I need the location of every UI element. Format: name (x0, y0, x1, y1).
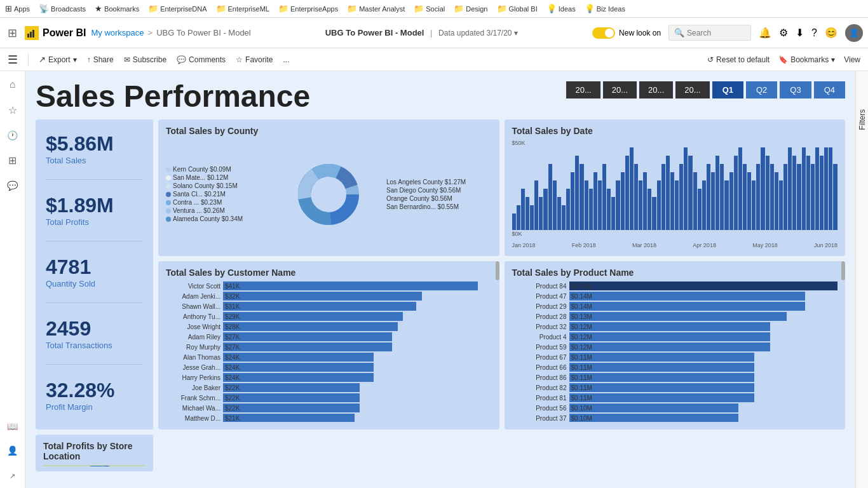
reset-button[interactable]: ↺ Reset to default (707, 55, 770, 64)
subscribe-label: Subscribe (133, 55, 166, 64)
date-bar (829, 147, 832, 230)
legend-item-sandiego: San Diego County $0.56M (386, 187, 492, 194)
export-button[interactable]: ↗ Export ▾ (39, 55, 77, 64)
customer-bar-wrap: $29K (223, 312, 492, 321)
subscribe-icon: ✉ (124, 55, 130, 64)
q4-button[interactable]: Q4 (814, 81, 845, 98)
workspace-link[interactable]: My workspace (91, 28, 144, 37)
bookmark-bookmarks[interactable]: ★Bookmarks (95, 4, 139, 13)
legend-dot-solano (166, 184, 171, 189)
date-bar (766, 156, 770, 230)
sidebar-profile-icon[interactable]: 👤 (4, 443, 20, 458)
grid-icon[interactable]: ⊞ (5, 24, 20, 43)
help-icon[interactable]: ? (811, 27, 817, 39)
product-bar-wrap: $0.14M (569, 302, 838, 311)
sidebar-apps-icon[interactable]: ⊞ (6, 152, 19, 169)
customer-bar-row: Michael Wa... $22K (166, 403, 492, 412)
sidebar-expand-icon[interactable]: ↗ (7, 470, 18, 483)
emoji-icon[interactable]: 😊 (825, 27, 837, 39)
customer-bar-row: Harry Perkins $24K (166, 373, 492, 382)
year-2019-button[interactable]: 20... (639, 81, 673, 98)
search-box[interactable]: 🔍 (668, 25, 751, 41)
sidebar-learn-icon[interactable]: 📖 (4, 419, 20, 434)
bookmark-masteranalyst[interactable]: 📁Master Analyst (347, 4, 405, 13)
customer-bar: $31K (223, 302, 416, 311)
date-bar (675, 180, 679, 230)
product-bar-wrap: $0.12M (569, 322, 838, 331)
more-button[interactable]: ... (283, 55, 289, 64)
view-button[interactable]: View (844, 55, 860, 64)
date-bar (621, 172, 625, 230)
bookmark-enterprisedna[interactable]: 📁EnterpriseDNA (148, 4, 207, 13)
kpi-profit-margin-label: Profit Margin (46, 402, 143, 412)
date-bar (571, 172, 574, 230)
search-input[interactable] (687, 29, 745, 37)
product-bar-row: Product 56 $0.10M (512, 403, 838, 412)
customer-bar: $22K (223, 403, 360, 412)
comments-button[interactable]: 💬 Comments (177, 55, 226, 64)
share-icon: ↑ (87, 55, 91, 64)
data-dropdown-icon[interactable]: ▾ (514, 29, 518, 37)
sidebar-favorites-icon[interactable]: ☆ (6, 102, 20, 119)
subscribe-button[interactable]: ✉ Subscribe (124, 55, 166, 64)
bookmark-enterpriseapps[interactable]: 📁EnterpriseApps (278, 4, 338, 13)
bookmark-bizideas[interactable]: 💡Biz Ideas (585, 4, 625, 13)
x-axis-label: Apr 2018 (693, 242, 716, 248)
customer-value: $28K (225, 323, 240, 330)
date-bar (512, 214, 516, 230)
notification-icon[interactable]: 🔔 (759, 27, 771, 39)
product-value: $0.11M (571, 364, 592, 371)
menu-icon[interactable]: ☰ (8, 53, 18, 67)
comments-label: Comments (189, 55, 226, 64)
customer-bar-row: Victor Scott $41K (166, 281, 492, 290)
date-bar (693, 172, 697, 230)
new-look-toggle[interactable]: New look on (592, 27, 661, 39)
q3-button[interactable]: Q3 (780, 81, 811, 98)
customer-bar: $27K (223, 342, 392, 351)
bookmark-enterpriseml[interactable]: 📁EnterpriseML (216, 4, 269, 13)
bookmarks-button[interactable]: 🔖 Bookmarks ▾ (778, 55, 835, 64)
customer-bar-row: Frank Schm... $22K (166, 393, 492, 402)
customer-value: $32K (225, 293, 240, 300)
bookmark-social[interactable]: 📁Social (414, 4, 445, 13)
bookmark-broadcasts[interactable]: 📡Broadcasts (39, 4, 86, 13)
header-right: New look on 🔍 🔔 ⚙ ⬇ ? 😊 👤 (592, 24, 863, 42)
date-bar (788, 147, 792, 230)
sidebar-shared-icon[interactable]: 💬 (4, 178, 20, 193)
date-bar (684, 147, 688, 230)
share-button[interactable]: ↑ Share (87, 55, 114, 64)
toggle-label: New look on (619, 29, 661, 37)
q2-button[interactable]: Q2 (746, 81, 777, 98)
product-bar-row: Product 29 $0.14M (512, 302, 838, 311)
store-profits-title: Total Profits by Store Location (43, 441, 146, 461)
settings-icon[interactable]: ⚙ (779, 27, 788, 39)
report-header: Sales Performance 20... 20... 20... 20..… (36, 81, 845, 112)
user-avatar[interactable]: 👤 (845, 24, 863, 42)
date-bar (734, 156, 738, 230)
bookmark-apps[interactable]: ⊞Apps (5, 4, 30, 13)
date-bar (530, 205, 534, 230)
filters-label[interactable]: Filters (858, 109, 867, 130)
product-scrollbar[interactable] (841, 261, 845, 280)
date-bar (643, 172, 647, 230)
customer-bar-wrap: $21K (223, 414, 492, 422)
bookmark-design[interactable]: 📁Design (454, 4, 487, 13)
favorite-button[interactable]: ☆ Favorite (236, 55, 273, 64)
year-2020-button[interactable]: 20... (675, 81, 709, 98)
download-icon[interactable]: ⬇ (796, 27, 804, 39)
toggle-control[interactable] (592, 27, 615, 39)
sidebar-home-icon[interactable]: ⌂ (7, 76, 18, 93)
bookmark-globalbi[interactable]: 📁Global BI (497, 4, 538, 13)
year-2017-button[interactable]: 20... (566, 81, 600, 98)
customer-scrollbar[interactable] (496, 261, 499, 280)
date-bar (580, 164, 583, 230)
dashboard-grid: $5.86M Total Sales $1.89M Total Profits … (36, 119, 845, 471)
bookmark-ideas[interactable]: 💡Ideas (546, 4, 576, 13)
year-2018-button[interactable]: 20... (603, 81, 637, 98)
product-bar-row: Product 66 $0.11M (512, 363, 838, 372)
sidebar-recent-icon[interactable]: 🕐 (4, 128, 20, 143)
product-bar: $0.11M (569, 353, 755, 362)
product-bar-wrap: $0.10M (569, 403, 838, 412)
customer-sales-title: Total Sales by Customer Name (166, 268, 492, 278)
q1-button[interactable]: Q1 (712, 81, 743, 98)
